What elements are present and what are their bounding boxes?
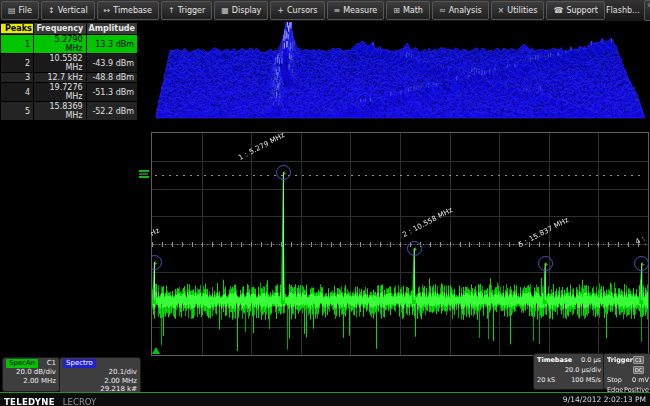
peak-number: 1 <box>1 35 34 54</box>
timebase-label: Timebase <box>537 355 572 365</box>
frequency-header-cell: Frequency <box>34 23 87 35</box>
vertical-arrows-icon: ↕ <box>48 6 55 15</box>
specan-span: 2.00 MHz <box>6 377 56 386</box>
flashback-label: Flashb... <box>606 6 640 15</box>
menu-item-label: Timebase <box>113 6 152 15</box>
spectrum-trace-canvas <box>151 132 649 356</box>
peak-amplitude: 13.3 dBm <box>86 35 137 54</box>
file-icon: ▤ <box>8 6 16 15</box>
peak-row-5[interactable]: 515.8369 MHz-52.2 dBm <box>1 102 138 121</box>
menu-item-label: Support <box>566 6 598 15</box>
peak-number: 3 <box>1 73 34 83</box>
menu-item-label: Measure <box>343 6 377 15</box>
menu-item-measure[interactable]: ≡Measure <box>327 1 385 20</box>
peak-marker-circle-1: + <box>276 165 291 180</box>
peak-frequency: 10.5582 MHz <box>34 54 87 73</box>
support-icon: ☎ <box>553 6 563 15</box>
peaks-table-header: Peaks Frequency Amplitude <box>1 23 138 35</box>
trigger-label: Trigger <box>607 355 633 375</box>
spectrogram-3d-plot <box>150 22 650 132</box>
clock: 9/14/2012 2:02:13 PM <box>563 395 646 404</box>
peak-amplitude: -48.8 dBm <box>86 73 137 83</box>
timebase-rate: 100 MS/s <box>571 375 601 385</box>
menu-item-display[interactable]: ▦Display <box>214 1 268 20</box>
peak-amplitude: -52.2 dBm <box>86 102 137 121</box>
cursor-cross-icon: + <box>277 6 284 15</box>
status-bar: TELEDYNE LECROY 9/14/2012 2:02:13 PM <box>0 392 650 406</box>
menu-item-utilities[interactable]: ×Utilities <box>491 1 545 20</box>
peak-marker-circle-2: + <box>407 241 422 256</box>
spectro-scale: 20.1/div <box>63 368 137 377</box>
peaks-table: Peaks Frequency Amplitude 15.2790 MHz13.… <box>0 22 138 121</box>
peak-row-3[interactable]: 312.7 kHz-48.8 dBm <box>1 73 138 83</box>
display-grid-icon: ▦ <box>221 6 229 15</box>
trigger-level: 0 mV <box>632 375 649 385</box>
menu-item-label: Trigger <box>178 6 206 15</box>
peak-tip-dot: + <box>282 170 287 176</box>
peak-frequency: 15.8369 MHz <box>34 102 87 121</box>
trigger-descriptor-box[interactable]: Trigger C1 DC Stop 0 mV Edge Positive <box>603 353 650 390</box>
trigger-mode: Stop <box>607 375 622 385</box>
menu-item-label: Vertical <box>58 6 88 15</box>
peak-tip-dot: + <box>413 246 418 252</box>
peak-row-1[interactable]: 15.2790 MHz13.3 dBm <box>1 35 138 54</box>
specan-tab[interactable]: SpecAn <box>6 359 38 368</box>
brand-secondary: LECROY <box>63 397 96 406</box>
peak-row-4[interactable]: 419.7276 MHz-51.3 dBm <box>1 83 138 102</box>
peak-number: 2 <box>1 54 34 73</box>
menu-item-label: Utilities <box>507 6 537 15</box>
menu-item-label: File <box>19 6 32 15</box>
menu-item-file[interactable]: ▤File <box>1 1 39 20</box>
trigger-source-badge: C1 <box>633 356 644 364</box>
spectro-tab[interactable]: Spectro <box>63 359 96 368</box>
peak-frequency: 5.2790 MHz <box>34 35 87 54</box>
measure-icon: ≡ <box>334 6 341 15</box>
menu-buttons: ▤File↕Vertical↔Timebase↑Trigger▦Display+… <box>0 0 606 21</box>
menu-item-vertical[interactable]: ↕Vertical <box>41 1 95 20</box>
menu-item-support[interactable]: ☎Support <box>546 1 605 20</box>
peak-tip-dot: + <box>153 260 158 266</box>
menu-item-label: Analysis <box>449 6 482 15</box>
menu-item-cursors[interactable]: +Cursors <box>270 1 324 20</box>
analysis-icon: ≈ <box>439 6 446 15</box>
peak-row-2[interactable]: 210.5582 MHz-43.9 dBm <box>1 54 138 73</box>
undo-arrow-icon: ↶ <box>645 9 650 18</box>
timebase-samples: 20 kS <box>537 375 555 385</box>
menu-item-math[interactable]: ⊞Math <box>386 1 430 20</box>
peak-frequency: 19.7276 MHz <box>34 83 87 102</box>
trigger-coupling-badge: DC <box>633 366 644 374</box>
menu-item-timebase[interactable]: ↔Timebase <box>97 1 159 20</box>
menu-item-trigger[interactable]: ↑Trigger <box>161 1 212 20</box>
menu-item-label: Display <box>232 6 262 15</box>
peak-amplitude: -43.9 dBm <box>86 54 137 73</box>
specan-channel: C1 <box>47 359 56 368</box>
oscilloscope-screen: ▤File↕Vertical↔Timebase↑Trigger▦Display+… <box>0 0 650 406</box>
brand-primary: TELEDYNE <box>4 397 55 406</box>
peak-tip-dot: + <box>640 261 645 267</box>
menu-item-analysis[interactable]: ≈Analysis <box>432 1 489 20</box>
horizontal-arrows-icon: ↔ <box>104 6 111 15</box>
trigger-arrow-icon: ↑ <box>168 6 175 15</box>
peak-frequency: 12.7 kHz <box>34 73 87 83</box>
undo-label: Undo <box>645 2 650 9</box>
zero-frequency-marker <box>152 347 160 354</box>
spectrum-plot-area: +1 : 5.279 MHz+2 : 10.558 MHz+3 : 13 kHz… <box>151 132 649 356</box>
menu-bar: ▤File↕Vertical↔Timebase↑Trigger▦Display+… <box>0 0 650 22</box>
amplitude-header-cell: Amplitude <box>86 23 137 35</box>
timebase-scale: 20.0 µs/div <box>565 365 601 375</box>
timebase-descriptor-box[interactable]: Timebase 0.0 µs 20.0 µs/div 20 kS 100 MS… <box>533 353 605 390</box>
undo-button[interactable]: Undo ↶ <box>644 0 650 21</box>
peaks-header-cell[interactable]: Peaks <box>1 23 34 35</box>
trace-level-indicator <box>139 169 149 180</box>
spectro-span: 2.00 MHz <box>63 377 137 386</box>
math-icon: ⊞ <box>393 6 400 15</box>
peak-amplitude: -51.3 dBm <box>86 83 137 102</box>
peak-number: 4 <box>1 83 34 102</box>
specan-descriptor-box[interactable]: SpecAn C1 20.0 dB/div 2.00 MHz <box>2 357 60 392</box>
peak-marker-circle-5: + <box>538 256 553 271</box>
specan-scale: 20.0 dB/div <box>6 368 56 377</box>
spectro-descriptor-box[interactable]: Spectro 20.1/div 2.00 MHz 29.218 k# <box>59 357 141 394</box>
menu-item-label: Cursors <box>287 6 317 15</box>
peak-tip-dot: + <box>544 261 549 267</box>
peak-number: 5 <box>1 102 34 121</box>
